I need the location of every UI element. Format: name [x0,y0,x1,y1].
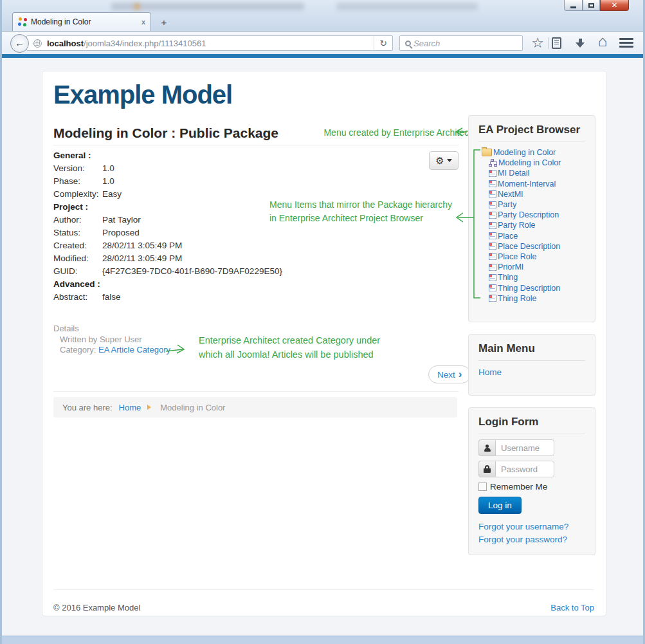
search-icon [405,41,411,46]
breadcrumb-home-link[interactable]: Home [119,403,141,412]
navigation-toolbar: ← localhost/joomla34/index.php/111341056… [2,31,643,54]
search-placeholder: Search [413,39,440,48]
back-button[interactable]: ← [10,34,29,53]
new-tab-button[interactable]: + [156,15,172,30]
url-text[interactable]: localhost/joomla34/index.php/1113410561 [47,39,374,48]
bookmarks-menu-button[interactable] [552,37,561,49]
tree-item[interactable]: Thing Description [478,282,585,293]
tree-item[interactable]: Thing Role [478,293,585,304]
property-row: GUID:{4F27C3E9-7DC0-401f-B690-7D9AF0229E… [53,265,459,278]
element-icon [489,232,496,239]
toolbar-divider [548,37,549,49]
element-icon [489,180,496,187]
minimize-button[interactable] [564,0,583,11]
folder-icon [482,149,492,156]
article-subtitle: Modeling in Color : Public Package [53,125,278,141]
username-group [478,439,585,456]
module-title: EA Project Browser [478,124,585,142]
annotation-category: Enterprise Architect created Category un… [199,334,392,362]
annotation-menu-created: Menu created by Enterprise Architect [285,126,471,140]
tree-item[interactable]: Thing [478,272,585,282]
property-row: Status:Proposed [53,226,459,239]
password-group [478,461,585,477]
property-row: Modified:28/02/11 3:05:49 PM [53,252,459,265]
module-title: Login Form [478,416,585,434]
joomla-favicon-icon [18,17,27,26]
property-row: Phase:1.0 [53,175,459,188]
login-button[interactable]: Log in [478,497,522,514]
back-to-top-link[interactable]: Back to Top [550,603,594,612]
url-host: localhost [47,39,84,48]
close-button[interactable]: ✕ [600,0,629,11]
module-title: Main Menu [478,342,585,361]
search-bar[interactable]: Search [399,35,523,51]
minimize-icon [570,6,576,8]
property-row: Abstract:false [53,291,459,304]
tree-item[interactable]: Place Role [478,252,585,262]
hamburger-menu-button[interactable] [619,38,633,50]
next-button[interactable]: Next › [428,365,471,383]
remember-me-label: Remember Me [490,482,547,492]
forgot-username-link[interactable]: Forgot your username? [478,522,585,531]
tree-item[interactable]: Place Description [478,241,585,252]
breadcrumb-divider-icon [147,405,154,410]
tree-item[interactable]: Modeling in Color [478,158,585,168]
tree-item[interactable]: MI Detail [478,168,585,178]
login-form-module: Login Form Remember Me Log in [468,407,595,555]
category-label: Category: [60,345,96,354]
background-window-blur [111,3,304,10]
written-by: Written by Super User [53,335,170,345]
element-icon [489,264,496,271]
article-details: Details Written by Super User Category: … [53,324,170,356]
reload-button[interactable]: ↻ [374,36,392,50]
username-field[interactable] [495,439,554,456]
tree-item[interactable]: PriorMI [478,262,585,272]
window-bottom-border [2,636,643,644]
element-icon [489,274,496,281]
password-field[interactable] [495,461,554,477]
element-icon [489,243,496,250]
category-link[interactable]: EA Article Category [98,345,170,354]
browser-window: ✕ Modeling in Color x + ← localhost/joom… [0,0,645,644]
url-bar[interactable]: localhost/joomla34/index.php/1113410561 … [26,35,393,51]
content-card: Example Model Modeling in Color : Public… [42,71,606,616]
globe-icon [33,39,42,48]
user-icon [478,439,495,456]
bookmark-star-button[interactable]: ☆ [529,35,546,51]
tree-item[interactable]: Moment-Interval [478,179,585,189]
window-controls: ✕ [564,0,629,12]
property-row: Version:1.0 [53,162,459,175]
sidebar: EA Project Browser Modeling in Color Mod… [468,115,595,567]
footer: © 2016 Example Model Back to Top [53,589,594,612]
divider [53,145,459,145]
tree-item[interactable]: Party Description [478,210,585,220]
annotation-menu-items: Menu Items that mirror the Package hiera… [269,198,472,225]
element-icon [489,170,496,177]
tree-item[interactable]: Place [478,231,585,241]
element-icon [489,201,496,208]
main-menu-module: Main Menu Home [468,334,595,396]
remember-me-row: Remember Me [478,482,585,492]
browser-tab[interactable]: Modeling in Color x [12,12,151,31]
ea-project-browser-module: EA Project Browser Modeling in Color Mod… [468,115,595,322]
title-bar: ✕ Modeling in Color x + [2,0,643,31]
home-button[interactable]: ⌂ [594,33,611,50]
background-icon-blur [134,3,140,10]
chevron-right-icon: › [459,367,462,382]
maximize-button[interactable] [583,0,600,11]
forgot-password-link[interactable]: Forgot your password? [478,535,585,544]
tree-item[interactable]: Party Role [478,220,585,230]
element-icon [489,190,496,198]
main-menu-home-link[interactable]: Home [478,367,502,377]
page-background: Example Model Modeling in Color : Public… [2,58,643,636]
downloads-button[interactable] [572,39,588,49]
tab-close-icon[interactable]: x [141,18,145,26]
tree-item[interactable]: Party [478,199,585,210]
element-icon [489,295,496,302]
tree-item[interactable]: Modeling in Color [478,147,585,158]
tab-title: Modeling in Color [31,17,138,26]
remember-me-checkbox[interactable] [478,483,487,491]
element-icon [489,284,496,291]
tree-item[interactable]: NextMI [478,189,585,199]
breadcrumb-current: Modeling in Color [160,403,225,412]
